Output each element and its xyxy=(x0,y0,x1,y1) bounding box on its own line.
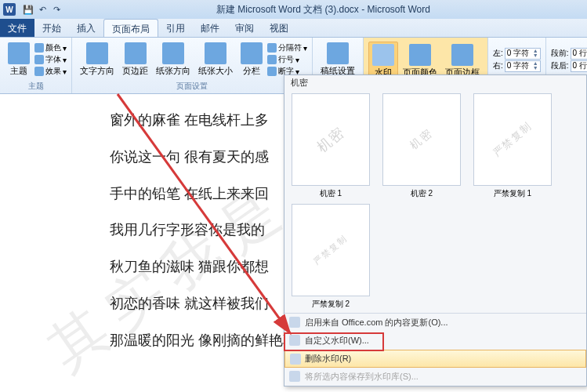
size-button[interactable]: 纸张大小 xyxy=(195,41,236,78)
watermark-grid: 机密 机密 1 机密 机密 2 严禁复制 严禁复制 1 严禁复制 严禁复制 2 xyxy=(284,90,586,313)
watermark-option[interactable]: 机密 机密 2 xyxy=(379,93,465,199)
spacing-after-input[interactable]: 0 行▲▼ xyxy=(571,60,587,72)
menu-office-update[interactable]: 启用来自 Office.com 的内容更新(O)... xyxy=(284,314,586,332)
margins-button[interactable]: 页边距 xyxy=(119,41,151,78)
watermark-option[interactable]: 严禁复制 严禁复制 2 xyxy=(288,204,374,310)
columns-button[interactable]: 分栏 xyxy=(237,41,266,78)
theme-button[interactable]: 主题 xyxy=(5,41,33,78)
menu-tabs: 文件 开始 插入 页面布局 引用 邮件 审阅 视图 xyxy=(0,19,587,38)
watermark-option[interactable]: 机密 机密 1 xyxy=(288,93,374,199)
save-icon[interactable]: 💾 xyxy=(22,3,34,16)
save-icon xyxy=(289,371,300,382)
watermark-option[interactable]: 严禁复制 严禁复制 1 xyxy=(469,93,556,199)
tab-file[interactable]: 文件 xyxy=(0,19,34,37)
text-direction-button[interactable]: 文字方向 xyxy=(77,41,118,78)
tab-layout[interactable]: 页面布局 xyxy=(103,19,158,37)
watermark-icon xyxy=(289,335,300,346)
dropdown-menu: 启用来自 Office.com 的内容更新(O)... 自定义水印(W)... … xyxy=(284,313,586,386)
theme-fonts[interactable]: 字体 ▾ xyxy=(34,54,67,65)
remove-icon xyxy=(290,354,301,365)
title-bar: W 💾 ↶ ↷ 新建 Microsoft Word 文档 (3).docx - … xyxy=(0,0,587,19)
breaks-button[interactable]: 分隔符 ▾ xyxy=(267,42,307,53)
quick-access: 💾 ↶ ↷ xyxy=(22,3,63,16)
dropdown-header: 机密 xyxy=(284,75,586,90)
indent-right-input[interactable]: 0 字符▲▼ xyxy=(505,60,541,72)
tab-mailings[interactable]: 邮件 xyxy=(193,19,227,37)
orientation-button[interactable]: 纸张方向 xyxy=(153,41,194,78)
menu-remove-watermark[interactable]: 删除水印(R) xyxy=(284,350,586,368)
manuscript-button[interactable]: 稿纸设置 xyxy=(317,41,358,78)
tab-review[interactable]: 审阅 xyxy=(227,19,262,37)
group-page-setup: 文字方向 页边距 纸张方向 纸张大小 分栏 分隔符 ▾ 行号 ▾ 断字 ▾ 页面… xyxy=(72,38,313,93)
refresh-icon xyxy=(289,317,300,328)
tab-view[interactable]: 视图 xyxy=(262,19,296,37)
watermark-dropdown: 机密 机密 机密 1 机密 机密 2 严禁复制 严禁复制 1 严禁复制 严禁复制… xyxy=(284,74,587,387)
group-theme: 主题 颜色 ▾ 字体 ▾ 效果 ▾ 主题 xyxy=(0,38,72,93)
menu-custom-watermark[interactable]: 自定义水印(W)... xyxy=(284,332,586,350)
undo-icon[interactable]: ↶ xyxy=(36,3,49,16)
indent-left-input[interactable]: 0 字符▲▼ xyxy=(505,48,541,60)
theme-colors[interactable]: 颜色 ▾ xyxy=(34,42,67,53)
document-title: 新建 Microsoft Word 文档 (3).docx - Microsof… xyxy=(63,3,584,16)
tab-insert[interactable]: 插入 xyxy=(69,19,103,37)
menu-save-to-gallery: 将所选内容保存到水印库(S)... xyxy=(284,368,586,386)
tab-home[interactable]: 开始 xyxy=(34,19,69,37)
tab-references[interactable]: 引用 xyxy=(158,19,193,37)
spacing-before-input[interactable]: 0 行▲▼ xyxy=(571,48,587,60)
redo-icon[interactable]: ↷ xyxy=(50,3,63,16)
theme-effects[interactable]: 效果 ▾ xyxy=(34,66,67,77)
word-icon: W xyxy=(3,3,16,16)
line-numbers-button[interactable]: 行号 ▾ xyxy=(267,54,307,65)
